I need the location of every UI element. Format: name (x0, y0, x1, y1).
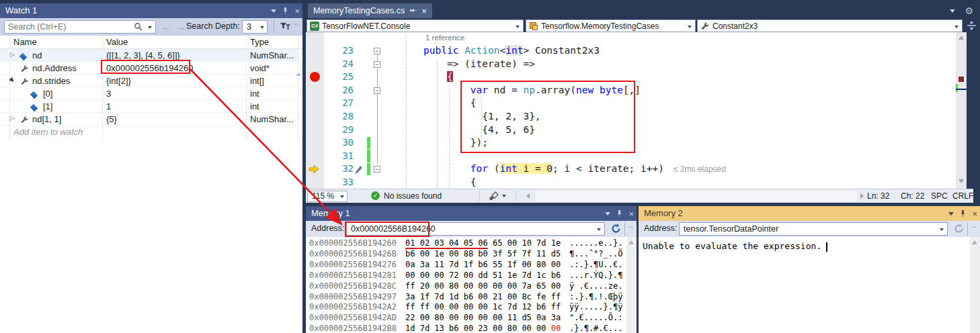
collapse-outline-icon[interactable]: − (374, 87, 380, 94)
column-header-name[interactable]: Name (13, 37, 37, 47)
type-dropdown[interactable]: Tensorflow.MemoryTestingCases (526, 19, 696, 32)
expander-icon[interactable]: ▷ (10, 51, 15, 58)
pin-icon[interactable] (409, 7, 417, 15)
column-header-value[interactable]: Value (106, 37, 128, 47)
scroll-down-icon[interactable] (958, 179, 964, 183)
status-line-ending[interactable]: CRLF (952, 191, 973, 201)
code-line[interactable]: 29 {4, 5, 6} (306, 124, 973, 137)
add-watch-item[interactable]: Add item to watch (13, 127, 83, 137)
editor-vertical-scrollbar[interactable] (956, 32, 967, 189)
toolbar-overflow[interactable]: .. (628, 221, 634, 229)
column-header-type[interactable]: Type (250, 37, 269, 47)
code-cleanup-icon[interactable] (489, 191, 499, 201)
code-line[interactable]: 27 { (306, 97, 973, 110)
scroll-up-icon[interactable] (628, 240, 634, 244)
close-icon[interactable]: × (294, 7, 300, 15)
gear-icon[interactable]: ⚙ (965, 6, 973, 15)
code-line[interactable]: 33 { (306, 176, 973, 189)
codelens-references[interactable]: 1 reference (425, 34, 464, 42)
chevron-down-icon[interactable] (597, 228, 601, 231)
search-options-icon[interactable] (148, 26, 152, 29)
window-menu-icon[interactable] (271, 9, 276, 13)
chevron-down-icon[interactable] (940, 228, 944, 231)
memory-row[interactable]: 0x000002556B1942AD22 00 80 00 00 00 00 1… (306, 313, 637, 324)
code-line[interactable]: 26− var nd = np.array(new byte[,] (306, 84, 973, 97)
watch-type-cell: NumShar... (250, 50, 294, 60)
watch-type-cell: int[] (250, 76, 264, 86)
memory1-scrollbar[interactable] (626, 237, 637, 333)
code-cleanup-options-icon[interactable] (502, 195, 506, 197)
filter-icon[interactable] (280, 21, 290, 32)
close-icon[interactable]: × (972, 209, 977, 218)
memory-row[interactable]: 0x000002556B19426Bb6 00 1e 00 88 b0 3f 5… (306, 249, 637, 260)
window-menu-icon[interactable] (948, 212, 954, 216)
toolbar-overflow[interactable]: .. (294, 18, 300, 26)
collapse-outline-icon[interactable]: − (374, 61, 380, 68)
check-circle-icon: ✓ (371, 191, 380, 200)
project-dropdown[interactable]: C# TensorFlowNET.Console (307, 19, 524, 32)
zoom-select[interactable]: 115 % (307, 191, 348, 202)
memory-row[interactable]: 0x000002556B1942973a 1f 7d 1d b6 00 21 0… (306, 292, 637, 303)
memory-address: 0x000002556B194297 (309, 292, 397, 303)
refresh-icon[interactable] (610, 223, 622, 234)
scroll-up-icon[interactable] (296, 73, 301, 76)
tab-list-icon[interactable] (950, 9, 955, 13)
memory-row[interactable]: 0x000002556B19428100 00 00 72 00 dd 51 1… (306, 271, 637, 281)
memory2-titlebar[interactable]: Memory 2 × (639, 206, 980, 221)
memory-row[interactable]: 0x000002556B1942760a 3a 11 7d 1f b6 55 1… (306, 260, 637, 271)
line-number: 33 (324, 176, 354, 189)
watch-row[interactable]: [0]3int (0, 87, 298, 100)
memory2-address-input[interactable]: tensor.TensorDataPointer (679, 222, 948, 236)
memory-row[interactable]: 0x000002556B19426001 02 03 04 05 06 65 0… (306, 238, 637, 249)
collapse-outline-icon[interactable]: − (374, 48, 380, 54)
watch-titlebar[interactable]: Watch 1 × (0, 3, 302, 18)
memory1-titlebar[interactable]: Memory 1 × (306, 206, 637, 221)
expander-icon[interactable]: ▷ (10, 115, 15, 122)
status-insert-mode[interactable]: SPC (931, 191, 948, 201)
split-editor-icon[interactable] (967, 21, 976, 30)
pin-icon[interactable] (616, 209, 623, 218)
watch-grid-header[interactable]: Name Value Type (0, 36, 302, 49)
scroll-left-icon[interactable] (526, 193, 530, 199)
memory-row[interactable]: 0x000002556B1942B81d 7d 13 b6 00 23 00 8… (306, 324, 637, 333)
search-back-icon[interactable]: ← (161, 21, 171, 32)
search-forward-icon[interactable]: → (176, 21, 186, 32)
close-icon[interactable]: × (421, 7, 427, 15)
code-line[interactable]: 28 {1, 2, 3}, (306, 110, 973, 124)
toolbar-overflow[interactable]: .. (971, 221, 977, 229)
memory-row[interactable]: 0x000002556B1942A2ff ff 00 00 00 00 1c 7… (306, 302, 637, 313)
scroll-up-icon[interactable] (958, 36, 964, 40)
watch-row[interactable]: [1]1int (0, 100, 298, 113)
memory-row[interactable]: 0x000002556B19428Cff 20 00 80 00 00 00 0… (306, 281, 637, 292)
memory2-content[interactable]: Unable to evaluate the expression. (639, 237, 980, 333)
code-line[interactable]: 32− for (int i = 0; i < iterate; i++)≤ 2… (306, 162, 973, 176)
tab-memorytestingcases[interactable]: MemoryTestingCases.cs × (308, 3, 432, 18)
watch-value-cell: 1 (106, 101, 111, 111)
code-line[interactable]: 30 }); (306, 136, 973, 150)
code-line[interactable]: 23−public Action<int> Constant2x3 (306, 44, 973, 58)
search-depth-select[interactable]: 3 (242, 20, 268, 34)
code-editor[interactable]: 1 reference23−public Action<int> Constan… (306, 32, 973, 189)
pin-icon[interactable] (959, 209, 967, 218)
memory-bytes: ff 20 00 80 00 00 00 00 7a 65 00 (405, 281, 561, 292)
watch-row[interactable]: ▷nd[1, 1]{5}NumShar... (0, 113, 298, 126)
code-line[interactable]: 25 { (306, 70, 973, 84)
scroll-right-icon[interactable] (860, 193, 864, 199)
code-line[interactable]: 31 (306, 150, 973, 163)
close-icon[interactable]: × (628, 209, 634, 218)
expander-icon[interactable]: ▶ (8, 76, 16, 84)
perf-tip[interactable]: ≤ 2ms elapsed (664, 164, 726, 174)
scroll-up-icon[interactable] (972, 240, 977, 244)
search-input[interactable]: Search (Ctrl+E) (4, 20, 156, 34)
pin-icon[interactable] (282, 7, 289, 15)
watch-grid: Name Value Type ▷nd{[[1, 2, 3], [4, 5, 6… (0, 36, 302, 333)
code-line[interactable]: 24− => (iterate) => (306, 58, 973, 71)
member-dropdown[interactable]: Constant2x3 (697, 19, 963, 32)
memory1-hex-view[interactable]: 0x000002556B19426001 02 03 04 05 06 65 0… (306, 237, 637, 333)
breakpoint-icon[interactable] (310, 72, 320, 82)
horizontal-scrollbar[interactable] (536, 191, 857, 201)
memory2-scrollbar[interactable] (970, 237, 980, 333)
watch-row[interactable]: ▶nd.strides{int[2]}int[] (0, 75, 298, 87)
window-menu-icon[interactable] (605, 212, 610, 216)
collapse-outline-icon[interactable]: − (374, 166, 380, 173)
